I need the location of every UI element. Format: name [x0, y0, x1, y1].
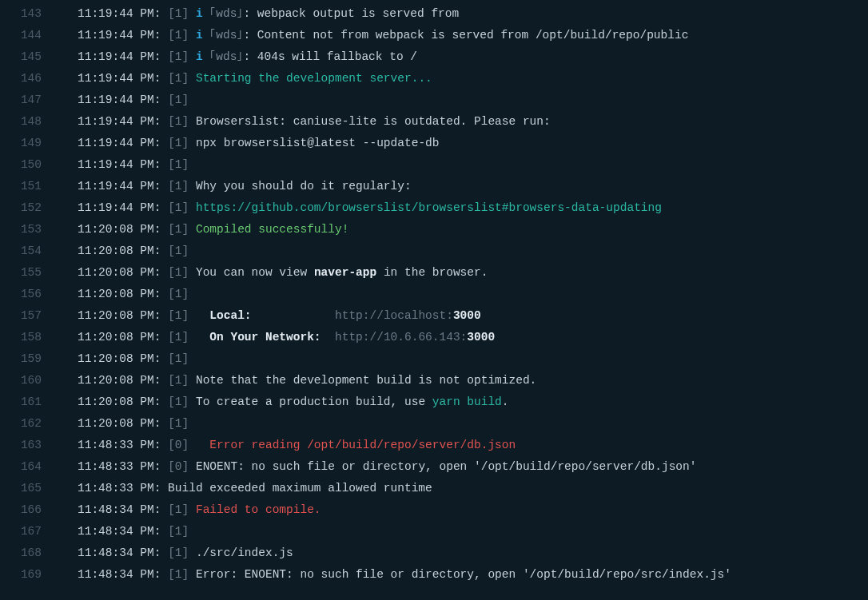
- line-number: 165: [0, 478, 42, 499]
- log-message: On Your Network: http://10.6.66.143:3000: [189, 327, 495, 348]
- log-output: 14311:19:44 PM: [1] i ｢wds｣: webpack out…: [0, 3, 868, 586]
- log-line: 16511:48:33 PM: Build exceeded maximum a…: [0, 478, 868, 499]
- log-message: Local: http://localhost:3000: [189, 305, 481, 327]
- log-line: 16311:48:33 PM: [0] Error reading /opt/b…: [0, 435, 868, 456]
- log-message: ENOENT: no such file or directory, open …: [189, 456, 696, 478]
- process-index: [0]: [168, 435, 189, 456]
- process-index: [1]: [168, 219, 189, 240]
- process-index: [1]: [168, 391, 189, 413]
- line-number: 159: [0, 348, 42, 370]
- line-number: 145: [0, 46, 42, 68]
- line-number: 150: [0, 154, 42, 176]
- timestamp: 11:48:34 PM:: [78, 499, 161, 521]
- log-line: 15111:19:44 PM: [1] Why you should do it…: [0, 176, 868, 197]
- timestamp: 11:48:34 PM:: [78, 521, 161, 542]
- timestamp: 11:20:08 PM:: [78, 305, 161, 327]
- process-index: [1]: [168, 284, 189, 305]
- log-message: ./src/index.js: [189, 542, 293, 564]
- line-number: 152: [0, 197, 42, 219]
- process-index: [1]: [168, 25, 189, 46]
- log-line: 16811:48:34 PM: [1] ./src/index.js: [0, 542, 868, 564]
- process-index: [1]: [168, 521, 189, 542]
- timestamp: 11:19:44 PM:: [78, 176, 161, 197]
- timestamp: 11:19:44 PM:: [78, 133, 161, 154]
- log-message: Why you should do it regularly:: [189, 176, 411, 197]
- log-message: Compiled successfully!: [189, 219, 348, 240]
- process-index: [1]: [168, 154, 189, 176]
- process-index: [1]: [168, 89, 189, 111]
- log-message: npx browserslist@latest --update-db: [189, 133, 439, 154]
- timestamp: 11:19:44 PM:: [78, 111, 161, 133]
- log-message: i ｢wds｣: Content not from webpack is ser…: [189, 25, 688, 46]
- process-index: [1]: [168, 542, 189, 564]
- log-line: 15711:20:08 PM: [1] Local: http://localh…: [0, 305, 868, 327]
- line-number: 149: [0, 133, 42, 154]
- line-number: 156: [0, 284, 42, 305]
- log-message: Failed to compile.: [189, 499, 321, 521]
- process-index: [1]: [168, 197, 189, 219]
- log-line: 14911:19:44 PM: [1] npx browserslist@lat…: [0, 133, 868, 154]
- log-line: 14711:19:44 PM: [1]: [0, 89, 868, 111]
- line-number: 168: [0, 542, 42, 564]
- line-number: 148: [0, 111, 42, 133]
- log-line: 16011:20:08 PM: [1] Note that the develo…: [0, 370, 868, 391]
- line-number: 167: [0, 521, 42, 542]
- process-index: [1]: [168, 111, 189, 133]
- line-number: 166: [0, 499, 42, 521]
- timestamp: 11:20:08 PM:: [78, 370, 161, 391]
- timestamp: 11:48:33 PM:: [78, 435, 161, 456]
- log-message: To create a production build, use yarn b…: [189, 391, 508, 413]
- log-line: 16711:48:34 PM: [1]: [0, 521, 868, 542]
- timestamp: 11:48:34 PM:: [78, 564, 161, 586]
- log-line: 16411:48:33 PM: [0] ENOENT: no such file…: [0, 456, 868, 478]
- line-number: 147: [0, 89, 42, 111]
- timestamp: 11:19:44 PM:: [78, 68, 161, 89]
- log-message: https://github.com/browserslist/browsers…: [189, 197, 662, 219]
- log-line: 14311:19:44 PM: [1] i ｢wds｣: webpack out…: [0, 3, 868, 25]
- process-index: [1]: [168, 564, 189, 586]
- timestamp: 11:48:33 PM:: [78, 456, 161, 478]
- line-number: 143: [0, 3, 42, 25]
- line-number: 160: [0, 370, 42, 391]
- line-number: 158: [0, 327, 42, 348]
- process-index: [1]: [168, 327, 189, 348]
- timestamp: 11:20:08 PM:: [78, 219, 161, 240]
- log-line: 15011:19:44 PM: [1]: [0, 154, 868, 176]
- timestamp: 11:20:08 PM:: [78, 327, 161, 348]
- process-index: [1]: [168, 262, 189, 284]
- process-index: [1]: [168, 240, 189, 262]
- log-message: Note that the development build is not o…: [189, 370, 536, 391]
- line-number: 161: [0, 391, 42, 413]
- log-message: Error: ENOENT: no such file or directory…: [189, 564, 731, 586]
- process-index: [0]: [168, 456, 189, 478]
- timestamp: 11:19:44 PM:: [78, 3, 161, 25]
- line-number: 169: [0, 564, 42, 586]
- process-index: [1]: [168, 133, 189, 154]
- log-line: 14411:19:44 PM: [1] i ｢wds｣: Content not…: [0, 25, 868, 46]
- line-number: 153: [0, 219, 42, 240]
- process-index: [1]: [168, 46, 189, 68]
- timestamp: 11:20:08 PM:: [78, 391, 161, 413]
- timestamp: 11:48:34 PM:: [78, 542, 161, 564]
- line-number: 157: [0, 305, 42, 327]
- log-message: You can now view naver-app in the browse…: [189, 262, 488, 284]
- log-line: 15811:20:08 PM: [1] On Your Network: htt…: [0, 327, 868, 348]
- timestamp: 11:20:08 PM:: [78, 240, 161, 262]
- timestamp: 11:19:44 PM:: [78, 197, 161, 219]
- process-index: [1]: [168, 370, 189, 391]
- log-line: 14611:19:44 PM: [1] Starting the develop…: [0, 68, 868, 89]
- line-number: 164: [0, 456, 42, 478]
- log-message: Starting the development server...: [189, 68, 432, 89]
- log-line: 15911:20:08 PM: [1]: [0, 348, 868, 370]
- log-line: 15611:20:08 PM: [1]: [0, 284, 868, 305]
- timestamp: 11:20:08 PM:: [78, 348, 161, 370]
- line-number: 146: [0, 68, 42, 89]
- log-line: 16111:20:08 PM: [1] To create a producti…: [0, 391, 868, 413]
- timestamp: 11:19:44 PM:: [78, 25, 161, 46]
- log-line: 15511:20:08 PM: [1] You can now view nav…: [0, 262, 868, 284]
- log-line: 14511:19:44 PM: [1] i ｢wds｣: 404s will f…: [0, 46, 868, 68]
- timestamp: 11:20:08 PM:: [78, 413, 161, 435]
- log-line: 16611:48:34 PM: [1] Failed to compile.: [0, 499, 868, 521]
- log-message: Build exceeded maximum allowed runtime: [161, 478, 432, 499]
- timestamp: 11:20:08 PM:: [78, 284, 161, 305]
